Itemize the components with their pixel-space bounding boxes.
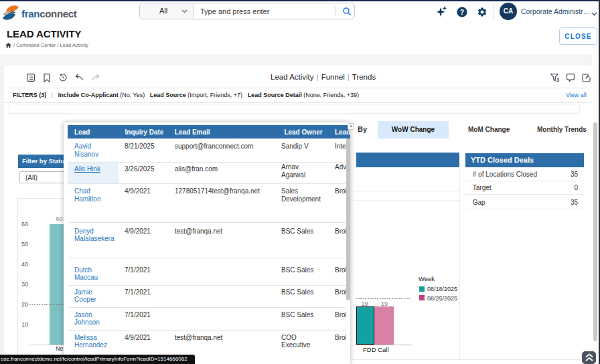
svg-text:?: ? [460, 8, 464, 16]
